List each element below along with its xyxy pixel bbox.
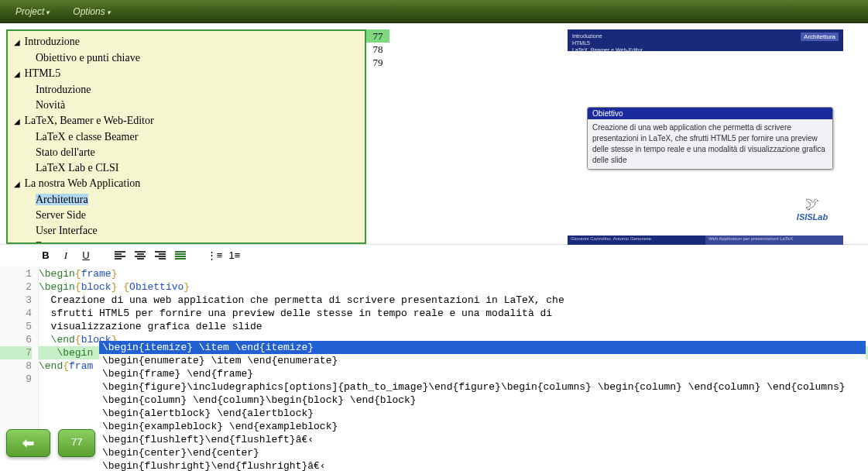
block-body: Creazione di una web application che per… [588,119,832,169]
breadcrumb-current: Architettura [801,33,839,41]
slide-header: IntroduzioneHTML5LaTeX, Beamer e Web-Edi… [568,29,843,51]
align-justify-button[interactable] [173,249,187,263]
outline-item[interactable]: Stato dell'arte [36,145,359,160]
outline-item[interactable]: Architettura [36,192,359,208]
autocomplete-item[interactable]: \begin{frame} \end{frame} [99,367,866,380]
slide-number-list: 777879 [366,23,389,244]
menu-options[interactable]: Options▾ [73,6,110,17]
outline-item[interactable]: ◢ Introduzione [14,34,359,50]
outline-item[interactable]: Obiettivo e punti chiave [36,50,359,66]
outline-item[interactable]: LaTeX Lab e CLSI [36,160,359,176]
slide-number[interactable]: 77 [366,29,389,43]
slide-number[interactable]: 79 [366,56,389,69]
autocomplete-item[interactable]: \begin{exampleblock} \end{exampleblock} [99,420,866,433]
outline-panel: ◢ IntroduzioneObiettivo e punti chiave◢ … [6,29,366,244]
bird-icon: 🕊 [785,196,839,212]
outline-item[interactable]: ◢ LaTeX, Beamer e Web-Editor [14,113,359,129]
block-title: Obiettivo [588,108,832,119]
outline-item[interactable]: User Interface [36,223,359,239]
autocomplete-item[interactable]: \begin{figure}\includegraphics[options]{… [99,380,866,394]
slide-preview-area: IntroduzioneHTML5LaTeX, Beamer e Web-Edi… [389,23,868,244]
objective-block: Obiettivo Creazione di una web applicati… [587,107,833,170]
ordered-list-button[interactable]: 1≡ [228,249,242,263]
bold-button[interactable]: B [39,249,53,263]
align-right-button[interactable] [153,249,167,263]
outline-item[interactable]: Server Side [36,208,359,223]
italic-button[interactable]: I [59,249,73,263]
autocomplete-item[interactable]: \begin{flushleft}\end{flushleft}â€‹ [99,433,866,446]
outline-item[interactable]: LaTeX e classe Beamer [36,129,359,145]
unordered-list-button[interactable]: ⋮≡ [208,249,221,263]
autocomplete-item[interactable]: \begin{center}\end{center} [99,446,866,459]
slide-number[interactable]: 78 [366,43,389,56]
autocomplete-item[interactable]: \begin{itemize} \item \end{itemize} [99,341,866,354]
autocomplete-item[interactable]: \begin{alertblock} \end{alertblock} [99,407,866,420]
outline-item[interactable]: Novità [36,98,359,113]
underline-button[interactable]: U [79,249,93,263]
outline-item[interactable]: ◢ HTML5 [14,66,359,82]
autocomplete-item[interactable]: \begin{enumerate} \item \end{enumerate} [99,354,866,367]
align-left-button[interactable] [113,249,127,263]
autocomplete-item[interactable]: \begin{column} \end{column}\begin{block}… [99,394,866,407]
outline-item[interactable]: Demo [36,239,359,244]
autocomplete-item[interactable]: \begin{flushright}\end{flushright}â€‹ [99,459,866,471]
logo: 🕊 ISISLab [785,196,839,222]
editor-toolbar: B I U ⋮≡ 1≡ [0,244,868,266]
slide-footer: Giovanni Cozzolino, Antonio Genovese Web… [568,236,843,245]
menu-project[interactable]: Project▾ [15,6,50,17]
top-menu-bar: Project▾ Options▾ [0,0,868,23]
back-button[interactable]: ⬅ [6,429,50,457]
outline-item[interactable]: ◢ La nostra Web Application [14,176,359,192]
align-center-button[interactable] [133,249,147,263]
autocomplete-popup[interactable]: \begin{itemize} \item \end{itemize}\begi… [99,341,866,471]
page-number-button[interactable]: 77 [58,429,95,457]
outline-item[interactable]: Introduzione [36,82,359,98]
